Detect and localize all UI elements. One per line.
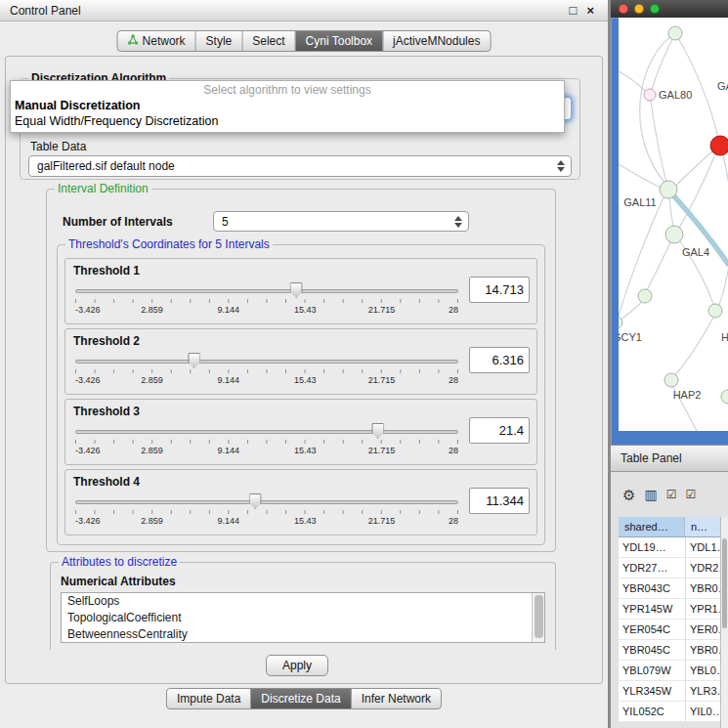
network-node[interactable] [708, 304, 722, 318]
table-row[interactable]: YLR345WYLR3… [619, 681, 720, 702]
numerical-attribute-item[interactable]: TopologicalCoefficient [62, 610, 544, 626]
threshold-value-field[interactable]: 11.344 [469, 488, 530, 514]
network-edge[interactable] [676, 151, 712, 186]
column-header-shared-name[interactable]: shared… [619, 517, 685, 537]
network-canvas[interactable]: GAL80GAGAL11GAL4GCY1HHAP2 [619, 18, 728, 431]
scrollbar-thumb[interactable] [535, 595, 543, 638]
network-node[interactable] [668, 26, 682, 40]
apply-button[interactable]: Apply [266, 655, 328, 676]
table-row[interactable]: YPR145WYPR1… [619, 599, 720, 620]
tab-cyni-toolbox[interactable]: Cyni Toolbox [296, 31, 383, 51]
traffic-light-zoom[interactable] [650, 4, 660, 14]
network-edge[interactable] [640, 33, 675, 184]
table-data-select[interactable]: galFiltered.sif default node [28, 155, 572, 177]
network-node[interactable] [660, 181, 677, 198]
scrollbar-thumb[interactable] [722, 538, 727, 628]
threshold-value-field[interactable]: 21.4 [469, 417, 530, 444]
table-row[interactable]: YBR043CYBR0… [619, 578, 720, 599]
table-cell-shared-name[interactable]: YDL19… [619, 537, 685, 557]
slider-thumb-icon[interactable] [290, 282, 303, 298]
table-row[interactable]: YBR045CYBR0… [619, 640, 720, 661]
tab-style[interactable]: Style [196, 31, 243, 51]
table-row[interactable]: YIL052CYIL0… [619, 702, 720, 722]
select-rows-icon[interactable]: ☑ [685, 489, 696, 500]
tab-discretize-data[interactable]: Discretize Data [251, 689, 351, 708]
table-scrollbar[interactable] [720, 517, 728, 728]
numerical-attributes-list[interactable]: SelfLoopsTopologicalCoefficientBetweenne… [61, 592, 545, 643]
table-row[interactable]: YDL19…YDL1… [619, 537, 720, 558]
slider-track[interactable] [75, 360, 458, 364]
column-header-name[interactable]: n… [685, 517, 720, 537]
table-cell-name[interactable]: YBR0… [685, 578, 720, 598]
tab-network[interactable]: Network [118, 31, 196, 51]
scale-label: 2.859 [141, 375, 163, 385]
table-cell-name[interactable]: YBL0… [685, 661, 720, 680]
slider-thumb-icon[interactable] [371, 423, 384, 439]
slider-thumb-icon[interactable] [249, 493, 262, 509]
network-node[interactable] [638, 289, 652, 303]
threshold-slider[interactable]: -3.4262.8599.14415.4321.71528 [75, 353, 458, 392]
network-edge[interactable] [669, 198, 673, 227]
network-node[interactable] [664, 373, 678, 387]
numerical-attribute-item[interactable]: BetweennessCentrality [62, 626, 544, 643]
table-row[interactable]: YER054CYER0… [619, 620, 720, 640]
threshold-slider[interactable]: -3.4262.8599.14415.4321.71528 [75, 423, 458, 462]
table-cell-shared-name[interactable]: YLR345W [619, 681, 685, 701]
traffic-light-minimize[interactable] [634, 4, 644, 14]
table-cell-shared-name[interactable]: YBL079W [619, 661, 685, 680]
threshold-value-field[interactable]: 14.713 [469, 277, 530, 303]
table-cell-shared-name[interactable]: YBR043C [619, 578, 685, 598]
network-edge[interactable] [619, 71, 645, 91]
traffic-light-close[interactable] [619, 4, 628, 14]
column-layout-icon[interactable]: ▥ [644, 488, 657, 501]
attributes-scrollbar[interactable] [532, 593, 544, 642]
tab-jactivemnodules[interactable]: jActiveMNodules [383, 31, 490, 51]
settings-gear-icon[interactable]: ⚙ [622, 488, 635, 502]
network-edge[interactable] [620, 302, 642, 321]
slider-thumb-icon[interactable] [188, 353, 200, 368]
network-edge[interactable] [675, 33, 718, 139]
tab-impute-data[interactable]: Impute Data [167, 689, 251, 708]
table-cell-shared-name[interactable]: YBR045C [619, 640, 685, 660]
float-window-icon[interactable]: □ [570, 3, 578, 18]
tab-select[interactable]: Select [242, 31, 295, 51]
scale-label: -3.426 [75, 375, 101, 385]
network-node[interactable] [644, 89, 656, 101]
network-edge[interactable] [719, 155, 728, 305]
table-cell-name[interactable]: YPR1… [685, 599, 720, 619]
network-node-selected[interactable] [710, 136, 728, 155]
slider-track[interactable] [75, 500, 458, 504]
select-columns-icon[interactable]: ☑ [666, 489, 677, 500]
table-cell-shared-name[interactable]: YPR145W [619, 599, 685, 619]
table-cell-name[interactable]: YLR3… [685, 681, 720, 701]
table-cell-name[interactable]: YBR0… [685, 640, 720, 660]
network-graph[interactable]: GAL80GAGAL11GAL4GCY1HHAP2 [619, 18, 728, 431]
threshold-slider[interactable]: -3.4262.8599.14415.4321.71528 [75, 282, 458, 321]
threshold-value-field[interactable]: 6.316 [469, 347, 530, 373]
table-row[interactable]: YDR27…YDR2… [619, 558, 720, 578]
algorithm-option-manual-discretization[interactable]: Manual Discretization [11, 98, 564, 113]
number-of-intervals-select[interactable]: 5 [213, 211, 469, 232]
network-edge[interactable] [675, 318, 713, 375]
algorithm-option-equal-width-frequency[interactable]: Equal Width/Frequency Discretization [11, 113, 564, 129]
scale-label: -3.426 [75, 446, 101, 455]
network-edge[interactable] [652, 33, 675, 89]
numerical-attribute-item[interactable]: SelfLoops [62, 593, 544, 610]
table-cell-shared-name[interactable]: YER054C [619, 620, 685, 639]
tab-infer-network[interactable]: Infer Network [352, 689, 441, 708]
network-edge[interactable] [651, 101, 666, 182]
table-cell-name[interactable]: YDL1… [685, 537, 720, 557]
network-edge[interactable] [647, 242, 670, 290]
slider-track[interactable] [75, 430, 458, 434]
close-window-icon[interactable]: × [586, 3, 594, 18]
table-cell-name[interactable]: YIL0… [685, 702, 720, 721]
table-cell-shared-name[interactable]: YIL052C [619, 702, 685, 721]
slider-track[interactable] [75, 289, 458, 293]
table-cell-name[interactable]: YDR2… [685, 558, 720, 578]
threshold-slider[interactable]: -3.4262.8599.14415.4321.71528 [75, 493, 458, 533]
network-node[interactable] [721, 390, 728, 404]
table-cell-shared-name[interactable]: YDR27… [619, 558, 685, 578]
table-cell-name[interactable]: YER0… [685, 620, 720, 639]
table-row[interactable]: YBL079WYBL0… [619, 661, 720, 681]
network-node[interactable] [665, 226, 683, 243]
